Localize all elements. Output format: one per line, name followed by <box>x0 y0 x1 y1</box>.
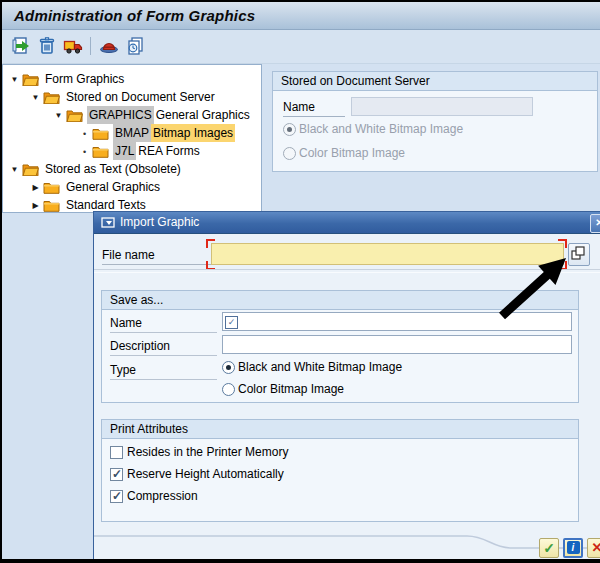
folder-icon <box>43 181 60 194</box>
open-folder-icon <box>22 163 39 176</box>
document-clock-icon <box>124 46 146 60</box>
reserve-height-checkbox[interactable]: Reserve Height Automatically <box>110 467 284 481</box>
separator-line <box>94 269 600 273</box>
radio-icon <box>283 123 296 136</box>
tree-item-j7l-rea-forms[interactable]: J7L REA Forms <box>3 142 261 160</box>
expand-toggle-icon[interactable] <box>53 105 64 125</box>
tree-item-general-graphics[interactable]: General Graphics <box>3 178 261 196</box>
graphic-name-input[interactable] <box>222 312 572 331</box>
radio-label: Color Bitmap Image <box>238 382 344 396</box>
color-bitmap-radio-disabled: Color Bitmap Image <box>283 146 405 160</box>
save-as-group: Save as... Name ✓ Description Type Black… <box>101 290 579 403</box>
open-folder-icon <box>66 109 83 122</box>
leaf-bullet-icon <box>79 142 90 161</box>
tree-item-label: Bitmap Images <box>151 124 235 142</box>
window-border-left <box>0 0 2 563</box>
compression-checkbox[interactable]: Compression <box>110 489 198 503</box>
folder-icon <box>92 145 109 158</box>
expand-toggle-icon[interactable] <box>30 87 41 107</box>
browse-files-icon <box>569 244 587 263</box>
expand-toggle-icon[interactable] <box>9 159 20 179</box>
file-browse-button[interactable] <box>568 243 590 266</box>
page-title: Administration of Form Graphics <box>14 7 255 24</box>
information-button[interactable] <box>124 35 146 57</box>
tree-item-label: REA Forms <box>136 142 201 160</box>
print-attributes-group: Print Attributes Resides in the Printer … <box>101 419 579 522</box>
printer-memory-checkbox[interactable]: Resides in the Printer Memory <box>110 445 288 459</box>
dialog-icon <box>101 216 116 232</box>
radio-icon[interactable] <box>222 361 235 374</box>
tree-item-label: Stored on Document Server <box>64 88 217 106</box>
checkbox-label: Reserve Height Automatically <box>127 467 284 481</box>
document-import-icon <box>10 46 32 60</box>
trash-icon <box>36 46 58 60</box>
tree-item-graphics-general[interactable]: GRAPHICS General Graphics <box>3 106 261 124</box>
import-graphic-dialog: Import Graphic ✕ File name Save as... Na… <box>93 211 600 560</box>
information-button[interactable]: i <box>563 538 583 558</box>
radio-icon <box>283 147 296 160</box>
window-border-top <box>0 0 600 2</box>
type-label: Type <box>110 363 217 380</box>
tree-item-label: General Graphics <box>64 178 162 196</box>
required-field-icon: ✓ <box>225 316 238 329</box>
tree-item-key: J7L <box>113 142 136 160</box>
tree-item-label: Stored as Text (Obsolete) <box>43 160 183 178</box>
transport-button[interactable] <box>62 35 84 57</box>
radio-icon[interactable] <box>222 383 235 396</box>
window-border-bottom <box>0 559 600 563</box>
close-icon[interactable]: ✕ <box>590 214 600 233</box>
title-bar: Administration of Form Graphics <box>2 2 600 30</box>
radio-label: Black and White Bitmap Image <box>238 360 402 374</box>
tree-item-form-graphics[interactable]: Form Graphics <box>3 70 261 88</box>
hat-icon <box>98 46 120 60</box>
expand-toggle-icon[interactable] <box>9 69 20 89</box>
tree-item-stored-on-document-server[interactable]: Stored on Document Server <box>3 88 261 106</box>
checkbox-icon[interactable] <box>110 490 123 503</box>
delete-button[interactable] <box>36 35 58 57</box>
tree-item-key: GRAPHICS <box>87 106 154 124</box>
print-preview-button[interactable] <box>98 35 120 57</box>
truck-icon <box>62 46 84 60</box>
graphics-tree: Form Graphics Stored on Document Server … <box>2 64 262 213</box>
focus-bracket <box>206 239 215 248</box>
name-label: Name <box>283 100 345 117</box>
checkbox-icon[interactable] <box>110 446 123 459</box>
check-icon: ✓ <box>543 540 555 556</box>
open-folder-icon <box>43 91 60 104</box>
dialog-title-bar[interactable]: Import Graphic ✕ <box>94 212 600 234</box>
toolbar-separator <box>90 37 91 55</box>
open-folder-icon <box>22 73 39 86</box>
close-icon: ✕ <box>592 540 600 555</box>
bw-bitmap-radio[interactable]: Black and White Bitmap Image <box>222 360 402 374</box>
expand-toggle-icon[interactable] <box>30 177 41 197</box>
tree-item-key: BMAP <box>113 124 151 142</box>
leaf-bullet-icon <box>79 124 90 143</box>
import-button[interactable] <box>10 35 32 57</box>
dialog-title: Import Graphic <box>120 215 199 229</box>
checkbox-label: Resides in the Printer Memory <box>127 445 288 459</box>
color-bitmap-radio[interactable]: Color Bitmap Image <box>222 382 344 396</box>
tree-item-label: General Graphics <box>154 106 252 124</box>
info-icon: i <box>567 541 580 554</box>
tree-item-bmap-bitmap-images[interactable]: BMAP Bitmap Images <box>3 124 261 142</box>
file-name-input[interactable] <box>211 243 564 265</box>
bw-bitmap-radio-disabled: Black and White Bitmap Image <box>283 122 463 136</box>
checkbox-label: Compression <box>127 489 198 503</box>
description-input[interactable] <box>222 335 572 354</box>
file-name-label: File name <box>102 248 211 265</box>
folder-icon <box>92 127 109 140</box>
description-label: Description <box>110 339 217 356</box>
name-label: Name <box>110 316 217 333</box>
checkbox-icon[interactable] <box>110 468 123 481</box>
expand-toggle-icon[interactable] <box>30 195 41 215</box>
panel-title: Stored on Document Server <box>273 72 597 91</box>
tree-item-stored-as-text[interactable]: Stored as Text (Obsolete) <box>3 160 261 178</box>
cancel-button[interactable]: ✕ <box>587 538 600 558</box>
tree-item-label: Form Graphics <box>43 70 126 88</box>
continue-button[interactable]: ✓ <box>539 538 559 558</box>
radio-label: Color Bitmap Image <box>299 146 405 160</box>
group-title: Print Attributes <box>102 420 578 439</box>
radio-label: Black and White Bitmap Image <box>299 122 463 136</box>
sap-window: Administration of Form Graphics <box>0 0 600 563</box>
name-field-disabled <box>351 97 533 116</box>
